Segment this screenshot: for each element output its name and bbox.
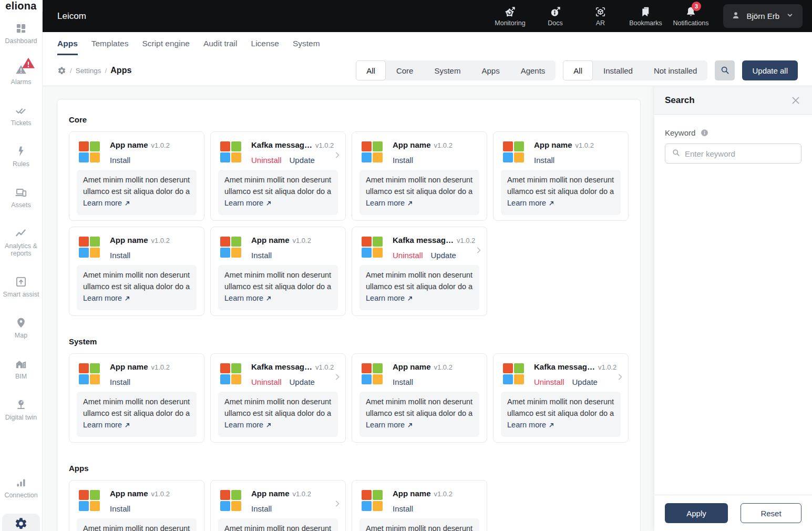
keyword-input[interactable] bbox=[685, 149, 795, 158]
description-line-2: ullamco est sit aliqua dolor do a… bbox=[366, 407, 473, 419]
sidebar-item-settings[interactable]: Settings bbox=[2, 514, 40, 531]
install-link[interactable]: Install bbox=[251, 250, 272, 261]
app-name: Kafka messag… bbox=[393, 235, 454, 246]
info-icon[interactable] bbox=[700, 128, 709, 137]
chevron-right-icon[interactable] bbox=[332, 150, 343, 160]
sidebar-item-dashboard[interactable]: Dashboard bbox=[2, 18, 40, 48]
status-filter-not-installed[interactable]: Not installed bbox=[643, 60, 708, 80]
install-link[interactable]: Install bbox=[393, 155, 413, 166]
category-filter-all[interactable]: All bbox=[356, 60, 386, 80]
category-filter-core[interactable]: Core bbox=[386, 60, 424, 80]
install-link[interactable]: Install bbox=[251, 504, 272, 514]
sidebar-item-bim[interactable]: BIM bbox=[2, 354, 40, 383]
topbar-item-monitoring[interactable]: Monitoring bbox=[491, 5, 529, 27]
learn-more-link[interactable]: Learn more bbox=[224, 421, 272, 429]
user-menu[interactable]: Björn Erb bbox=[723, 4, 803, 28]
topbar-item-ar[interactable]: AR bbox=[581, 5, 619, 27]
chevron-right-icon[interactable] bbox=[332, 372, 343, 382]
learn-more-link[interactable]: Learn more bbox=[224, 199, 272, 207]
topbar-item-docs[interactable]: Docs bbox=[536, 5, 574, 27]
sidebar-item-analytics-reports[interactable]: Analytics & reports bbox=[2, 223, 40, 260]
chevron-right-icon[interactable] bbox=[474, 245, 484, 256]
uninstall-link[interactable]: Uninstall bbox=[393, 250, 423, 261]
app-name: Kafka messag… bbox=[251, 362, 312, 372]
install-link[interactable]: Install bbox=[393, 504, 413, 514]
sidebar-item-digital-twin[interactable]: Digital twin bbox=[2, 395, 40, 424]
category-filter-system[interactable]: System bbox=[424, 60, 471, 80]
app-name: App name bbox=[110, 235, 148, 246]
sidebar-item-rules[interactable]: Rules bbox=[2, 141, 40, 171]
update-link[interactable]: Update bbox=[290, 155, 315, 166]
uninstall-link[interactable]: Uninstall bbox=[251, 377, 282, 387]
update-link[interactable]: Update bbox=[290, 377, 315, 387]
learn-more-link[interactable]: Learn more bbox=[83, 294, 130, 302]
sidebar-item-map[interactable]: Map bbox=[2, 313, 40, 342]
install-link[interactable]: Install bbox=[534, 155, 554, 166]
close-icon[interactable] bbox=[790, 95, 801, 106]
app-logo-icon bbox=[77, 139, 102, 165]
tickets-icon bbox=[14, 104, 28, 117]
learn-more-link[interactable]: Learn more bbox=[83, 199, 130, 207]
topbar-item-bookmarks[interactable]: Bookmarks bbox=[626, 5, 664, 27]
app-section: Core App name v1.0.2 Install Amet minim … bbox=[69, 115, 629, 316]
app-card: App name v1.0.2 Install Amet minim molli… bbox=[210, 227, 346, 316]
connection-icon bbox=[14, 476, 28, 489]
install-link[interactable]: Install bbox=[110, 250, 130, 261]
category-filter-agents[interactable]: Agents bbox=[510, 60, 556, 80]
learn-more-link[interactable]: Learn more bbox=[366, 294, 413, 302]
learn-more-link[interactable]: Learn more bbox=[83, 421, 130, 429]
tab-script-engine[interactable]: Script engine bbox=[142, 32, 189, 55]
search-toggle-button[interactable] bbox=[715, 60, 735, 80]
app-card: App name v1.0.2 Install Amet minim molli… bbox=[69, 131, 204, 221]
install-link[interactable]: Install bbox=[110, 504, 130, 514]
chevron-right-icon[interactable] bbox=[332, 498, 343, 509]
learn-more-link[interactable]: Learn more bbox=[507, 421, 554, 429]
sidebar-item-connection[interactable]: Connection bbox=[2, 473, 40, 502]
reset-button[interactable]: Reset bbox=[741, 503, 801, 523]
external-link-icon bbox=[125, 295, 130, 301]
description-line-2: ullamco est sit aliqua dolor do a… bbox=[83, 186, 190, 197]
learn-more-label: Learn more bbox=[366, 294, 405, 302]
status-filter-all[interactable]: All bbox=[563, 60, 593, 80]
app-logo-icon bbox=[359, 488, 385, 513]
sidebar-item-alarms[interactable]: Alarms bbox=[2, 59, 40, 89]
search-icon bbox=[720, 65, 730, 77]
uninstall-link[interactable]: Uninstall bbox=[534, 377, 564, 387]
tab-templates[interactable]: Templates bbox=[91, 32, 129, 55]
description-line-2: ullamco est sit aliqua dolor do a… bbox=[366, 281, 473, 292]
keyword-label: Keyword bbox=[665, 128, 695, 137]
topbar-item-notifications[interactable]: 3 Notifications bbox=[672, 5, 710, 27]
keyword-field-wrap bbox=[665, 144, 801, 164]
external-link-icon bbox=[549, 200, 554, 206]
tab-license[interactable]: License bbox=[251, 32, 279, 55]
app-logo-icon bbox=[501, 139, 526, 165]
install-link[interactable]: Install bbox=[110, 377, 130, 387]
learn-more-label: Learn more bbox=[224, 199, 263, 207]
description-line-1: Amet minim mollit non deserunt bbox=[83, 396, 190, 407]
sidebar-item-assets[interactable]: Assets bbox=[2, 182, 40, 212]
description-line-2: ullamco est sit aliqua dolor do a… bbox=[224, 186, 332, 197]
status-filter-installed[interactable]: Installed bbox=[593, 60, 643, 80]
sidebar-item-tickets[interactable]: Tickets bbox=[2, 100, 40, 130]
tab-audit-trail[interactable]: Audit trail bbox=[203, 32, 238, 55]
update-link[interactable]: Update bbox=[431, 250, 456, 261]
eliona-logo: eliona bbox=[0, 0, 43, 12]
chevron-right-icon[interactable] bbox=[615, 372, 625, 382]
install-link[interactable]: Install bbox=[393, 377, 413, 387]
update-link[interactable]: Update bbox=[572, 377, 598, 387]
category-filter-apps[interactable]: Apps bbox=[471, 60, 510, 80]
update-all-button[interactable]: Update all bbox=[742, 60, 798, 80]
learn-more-link[interactable]: Learn more bbox=[366, 421, 413, 429]
breadcrumb-settings[interactable]: Settings bbox=[76, 67, 101, 75]
app-version: v1.0.2 bbox=[151, 140, 170, 151]
tab-system[interactable]: System bbox=[293, 32, 320, 55]
install-link[interactable]: Install bbox=[110, 155, 130, 166]
uninstall-link[interactable]: Uninstall bbox=[251, 155, 282, 166]
tab-apps[interactable]: Apps bbox=[57, 32, 78, 55]
apply-button[interactable]: Apply bbox=[665, 503, 728, 523]
sidebar-item-smart-assist[interactable]: Smart assist bbox=[2, 272, 40, 301]
learn-more-link[interactable]: Learn more bbox=[366, 199, 413, 207]
app-card: App name v1.0.2 Install Amet minim molli… bbox=[69, 353, 204, 443]
learn-more-link[interactable]: Learn more bbox=[507, 199, 554, 207]
learn-more-link[interactable]: Learn more bbox=[224, 294, 272, 302]
